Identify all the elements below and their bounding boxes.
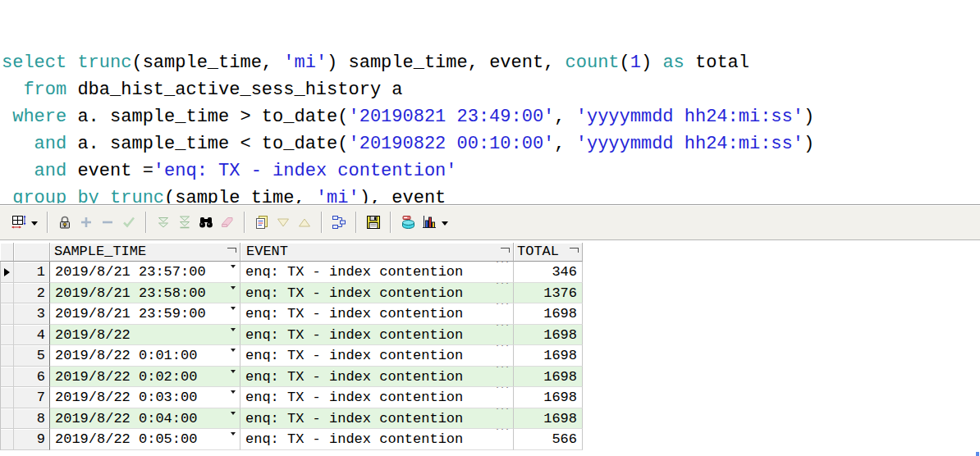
- chart-button[interactable]: [419, 212, 439, 232]
- cell-total[interactable]: 566: [514, 429, 583, 450]
- previous-set-button[interactable]: [273, 212, 293, 232]
- row-number-cell[interactable]: 9: [14, 429, 50, 450]
- cell-sample-time[interactable]: 2019/8/22 0:05:00: [50, 429, 240, 450]
- row-number-cell[interactable]: 7: [14, 387, 50, 408]
- cell-event[interactable]: enq: TX - index contention···: [240, 345, 514, 367]
- post-changes-button[interactable]: [119, 212, 139, 232]
- cell-total[interactable]: 1698: [514, 345, 583, 367]
- row-number-cell[interactable]: 8: [14, 408, 50, 430]
- results-toolbar: [0, 204, 980, 240]
- row-indicator-cell[interactable]: [0, 325, 14, 346]
- cell-ellipsis-icon[interactable]: ···: [495, 325, 510, 330]
- fetch-next-page-button[interactable]: [153, 212, 173, 232]
- row-number-cell[interactable]: 4: [14, 325, 50, 346]
- column-header-event[interactable]: EVENT: [240, 243, 514, 262]
- cell-event[interactable]: enq: TX - index contention···: [240, 303, 514, 325]
- dropdown-arrow-icon[interactable]: [31, 221, 38, 229]
- cell-ellipsis-icon[interactable]: ···: [495, 387, 510, 392]
- header-sort-dash[interactable]: [501, 248, 510, 253]
- single-record-view-button[interactable]: [329, 212, 349, 232]
- cell-total[interactable]: 1698: [514, 408, 583, 430]
- cell-total[interactable]: 1698: [514, 303, 583, 325]
- cell-dropdown-icon[interactable]: [231, 328, 236, 331]
- row-number-cell[interactable]: 2: [14, 283, 50, 304]
- cell-sample-time[interactable]: 2019/8/21 23:59:00: [50, 303, 240, 325]
- cell-sample-time[interactable]: 2019/8/22 0:02:00: [50, 367, 240, 388]
- cell-event[interactable]: enq: TX - index contention···: [240, 283, 514, 304]
- column-header-row-number: [14, 243, 50, 262]
- column-header-total[interactable]: TOTAL: [514, 243, 583, 262]
- cell-dropdown-icon[interactable]: [231, 370, 236, 373]
- cell-ellipsis-icon[interactable]: ···: [495, 367, 510, 372]
- row-number-cell[interactable]: 6: [14, 367, 50, 388]
- cell-ellipsis-icon[interactable]: ···: [495, 303, 510, 308]
- row-indicator-cell[interactable]: [0, 387, 14, 408]
- row-indicator-cell[interactable]: [0, 367, 14, 388]
- cell-sample-time[interactable]: 2019/8/22 0:04:00: [50, 408, 240, 430]
- erase-button[interactable]: [218, 212, 237, 232]
- cell-event[interactable]: enq: TX - index contention···: [240, 325, 514, 346]
- export-database-button[interactable]: [398, 212, 418, 232]
- results-header-row: SAMPLE_TIMEEVENTTOTAL: [0, 243, 583, 262]
- row-indicator-cell[interactable]: [0, 408, 14, 430]
- minus-icon: [99, 214, 116, 230]
- cell-sample-time[interactable]: 2019/8/21 23:58:00: [50, 283, 240, 304]
- row-number-cell[interactable]: 3: [14, 303, 50, 325]
- cell-event[interactable]: enq: TX - index contention···: [240, 367, 514, 388]
- cell-event[interactable]: enq: TX - index contention···: [240, 408, 514, 430]
- cell-ellipsis-icon[interactable]: ···: [495, 345, 510, 350]
- row-indicator-cell[interactable]: [0, 429, 14, 450]
- table-row: 52019/8/22 0:01:00enq: TX - index conten…: [0, 345, 583, 367]
- header-sort-dash[interactable]: [227, 248, 236, 253]
- cell-total[interactable]: 346: [514, 262, 583, 283]
- copy-results-button[interactable]: [252, 212, 272, 232]
- cell-dropdown-icon[interactable]: [231, 412, 236, 415]
- save-results-button[interactable]: [364, 212, 383, 232]
- row-number-cell[interactable]: 5: [14, 345, 50, 367]
- cell-ellipsis-icon[interactable]: ···: [495, 408, 510, 413]
- grid-layout-button[interactable]: [9, 212, 29, 232]
- cell-dropdown-icon[interactable]: [231, 265, 236, 268]
- cell-total[interactable]: 1698: [514, 387, 583, 408]
- sql-editor[interactable]: select trunc(sample_time, 'mi') sample_t…: [0, 0, 980, 203]
- next-set-button[interactable]: [295, 212, 314, 232]
- table-row: 62019/8/22 0:02:00enq: TX - index conten…: [0, 367, 583, 388]
- row-indicator-cell[interactable]: [0, 345, 14, 367]
- row-number-cell[interactable]: 1: [14, 262, 50, 283]
- cell-ellipsis-icon[interactable]: ···: [495, 429, 510, 434]
- cell-sample-time[interactable]: 2019/8/22 0:01:00: [50, 345, 240, 367]
- cell-event[interactable]: enq: TX - index contention···: [240, 429, 514, 450]
- cell-ellipsis-icon[interactable]: ···: [495, 262, 510, 267]
- cell-dropdown-icon[interactable]: [231, 307, 236, 310]
- cell-event[interactable]: enq: TX - index contention···: [240, 262, 514, 283]
- find-button[interactable]: [196, 212, 216, 232]
- header-sort-dash[interactable]: [570, 248, 579, 253]
- column-header-label: TOTAL: [514, 244, 559, 259]
- table-row: 92019/8/22 0:05:00enq: TX - index conten…: [0, 429, 583, 450]
- cell-dropdown-icon[interactable]: [231, 432, 236, 435]
- copy-pages-icon: [254, 214, 270, 230]
- cell-dropdown-icon[interactable]: [231, 390, 236, 394]
- insert-record-button[interactable]: [76, 212, 96, 232]
- triangle-down-icon: [275, 214, 291, 230]
- row-indicator-cell[interactable]: [0, 303, 14, 325]
- cell-dropdown-icon[interactable]: [231, 349, 236, 352]
- cell-sample-time[interactable]: 2019/8/21 23:57:00: [50, 262, 240, 283]
- sql-line: group by trunc(sample_time, 'mi'), event: [2, 185, 980, 203]
- cell-ellipsis-icon[interactable]: ···: [495, 283, 510, 288]
- cell-sample-time[interactable]: 2019/8/22 0:03:00: [50, 387, 240, 408]
- row-indicator-cell[interactable]: [0, 283, 14, 304]
- lock-button[interactable]: [55, 212, 75, 232]
- cell-total[interactable]: 1698: [514, 367, 583, 388]
- fetch-last-page-button[interactable]: [175, 212, 195, 232]
- dropdown-arrow-icon[interactable]: [442, 221, 448, 229]
- cell-event[interactable]: enq: TX - index contention···: [240, 387, 514, 408]
- cell-sample-time[interactable]: 2019/8/22: [50, 325, 240, 346]
- table-row: 12019/8/21 23:57:00enq: TX - index conte…: [0, 262, 583, 283]
- delete-record-button[interactable]: [98, 212, 117, 232]
- cell-total[interactable]: 1698: [514, 325, 583, 346]
- row-indicator-cell[interactable]: [0, 262, 14, 283]
- cell-dropdown-icon[interactable]: [231, 286, 236, 290]
- column-header-sample-time[interactable]: SAMPLE_TIME: [50, 243, 240, 262]
- cell-total[interactable]: 1376: [514, 283, 583, 304]
